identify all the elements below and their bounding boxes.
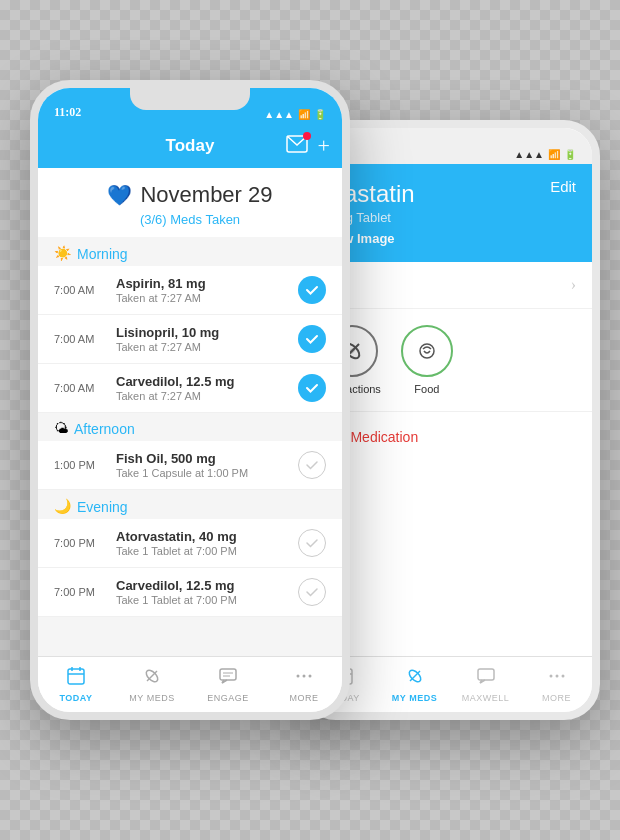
afternoon-med-list: 1:00 PM Fish Oil, 500 mg Take 1 Capsule … — [38, 441, 342, 490]
morning-med-list: 7:00 AM Aspirin, 81 mg Taken at 7:27 AM … — [38, 266, 342, 413]
check-icon-empty — [304, 457, 320, 473]
svg-line-22 — [410, 671, 420, 681]
back-header: Edit rvastatin 0 mg Tablet View Image — [308, 164, 592, 262]
back-bottom-nav: TODAY MY MEDS MAXWELL — [308, 656, 592, 712]
back-med-name: rvastatin — [324, 180, 576, 208]
nav-engage-label: ENGAGE — [207, 693, 249, 703]
food-icon-circle — [401, 325, 453, 377]
calendar-icon — [66, 666, 86, 691]
back-chat-icon — [476, 666, 496, 691]
food-label: Food — [414, 383, 439, 395]
wifi-icon: 📶 — [298, 109, 310, 120]
status-time: 11:02 — [54, 105, 81, 120]
nav-more[interactable]: MORE — [266, 657, 342, 712]
morning-icon: ☀️ — [54, 245, 71, 262]
check-circle-unchecked[interactable] — [298, 451, 326, 479]
food-item[interactable]: Food — [401, 325, 453, 395]
icons-row: Interactions Food — [308, 309, 592, 412]
delete-row: lete Medication — [308, 412, 592, 462]
nav-engage[interactable]: ENGAGE — [190, 657, 266, 712]
back-nav-more[interactable]: MORE — [521, 657, 592, 712]
svg-point-16 — [420, 344, 434, 358]
svg-line-6 — [147, 671, 157, 681]
med-time: 7:00 AM — [54, 382, 106, 394]
check-circle-checked[interactable] — [298, 374, 326, 402]
signal-icon: ▲▲▲ — [264, 109, 294, 120]
nav-today[interactable]: TODAY — [38, 657, 114, 712]
afternoon-icon: 🌤 — [54, 421, 68, 437]
check-circle-unchecked[interactable] — [298, 578, 326, 606]
svg-point-10 — [297, 675, 300, 678]
notification-button[interactable] — [286, 135, 308, 157]
chat-icon — [218, 666, 238, 691]
back-med-dosage: 0 mg Tablet — [324, 210, 576, 225]
afternoon-label: Afternoon — [74, 421, 135, 437]
header-title: Today — [166, 136, 215, 156]
afternoon-section-header: 🌤 Afternoon — [38, 413, 342, 441]
front-header: Today + — [38, 124, 342, 168]
med-info: Aspirin, 81 mg Taken at 7:27 AM — [116, 276, 288, 304]
back-more-icon — [547, 666, 567, 691]
table-row[interactable]: 7:00 AM Carvedilol, 12.5 mg Taken at 7:2… — [38, 364, 342, 413]
table-row[interactable]: 7:00 AM Lisinopril, 10 mg Taken at 7:27 … — [38, 315, 342, 364]
svg-rect-23 — [478, 669, 494, 680]
med-time: 1:00 PM — [54, 459, 106, 471]
evening-icon: 🌙 — [54, 498, 71, 515]
svg-point-25 — [555, 675, 558, 678]
nav-my-meds[interactable]: MY MEDS — [114, 657, 190, 712]
svg-point-12 — [309, 675, 312, 678]
add-button[interactable]: + — [318, 133, 330, 159]
morning-label: Morning — [77, 246, 128, 262]
back-battery-icon: 🔋 — [564, 149, 576, 160]
schedule-row[interactable]: PM › — [308, 262, 592, 309]
pill-icon — [142, 666, 162, 691]
evening-label: Evening — [77, 499, 128, 515]
edit-button[interactable]: Edit — [550, 178, 576, 195]
med-name: Atorvastatin, 40 mg — [116, 529, 288, 544]
nav-mymeds-label: MY MEDS — [129, 693, 174, 703]
check-icon-empty — [304, 584, 320, 600]
table-row[interactable]: 7:00 PM Carvedilol, 12.5 mg Take 1 Table… — [38, 568, 342, 617]
med-time: 7:00 AM — [54, 333, 106, 345]
nav-more-label: MORE — [290, 693, 319, 703]
check-circle-checked[interactable] — [298, 276, 326, 304]
back-nav-more-label: MORE — [542, 693, 571, 703]
svg-point-11 — [303, 675, 306, 678]
meds-taken: (3/6) Meds Taken — [38, 212, 342, 227]
evening-med-list: 7:00 PM Atorvastatin, 40 mg Take 1 Table… — [38, 519, 342, 617]
header-actions: + — [286, 133, 330, 159]
more-icon — [294, 666, 314, 691]
back-nav-mymeds[interactable]: MY MEDS — [379, 657, 450, 712]
front-phone: 11:02 ▲▲▲ 📶 🔋 Today + 💙 November 29 — [30, 80, 350, 720]
back-nav-maxwell[interactable]: MAXWELL — [450, 657, 521, 712]
date-header: 💙 November 29 (3/6) Meds Taken — [38, 168, 342, 237]
back-nav-maxwell-label: MAXWELL — [462, 693, 510, 703]
med-info: Atorvastatin, 40 mg Take 1 Tablet at 7:0… — [116, 529, 288, 557]
check-circle-checked[interactable] — [298, 325, 326, 353]
med-info: Fish Oil, 500 mg Take 1 Capsule at 1:00 … — [116, 451, 288, 479]
view-image-button[interactable]: View Image — [324, 231, 576, 246]
med-name: Carvedilol, 12.5 mg — [116, 578, 288, 593]
battery-icon: 🔋 — [314, 109, 326, 120]
svg-rect-7 — [220, 669, 236, 680]
evening-section-header: 🌙 Evening — [38, 490, 342, 519]
back-wifi-icon: 📶 — [548, 149, 560, 160]
table-row[interactable]: 7:00 AM Aspirin, 81 mg Taken at 7:27 AM — [38, 266, 342, 315]
svg-point-26 — [561, 675, 564, 678]
table-row[interactable]: 1:00 PM Fish Oil, 500 mg Take 1 Capsule … — [38, 441, 342, 490]
status-icons: ▲▲▲ 📶 🔋 — [264, 109, 326, 120]
back-nav-mymeds-label: MY MEDS — [392, 693, 437, 703]
table-row[interactable]: 7:00 PM Atorvastatin, 40 mg Take 1 Table… — [38, 519, 342, 568]
svg-rect-1 — [68, 669, 84, 684]
check-circle-unchecked[interactable] — [298, 529, 326, 557]
med-detail: Taken at 7:27 AM — [116, 341, 288, 353]
svg-point-24 — [549, 675, 552, 678]
back-content: PM › Interactions — [308, 262, 592, 656]
med-name: Carvedilol, 12.5 mg — [116, 374, 288, 389]
med-name: Lisinopril, 10 mg — [116, 325, 288, 340]
med-time: 7:00 PM — [54, 537, 106, 549]
food-icon-svg — [413, 337, 441, 365]
med-detail: Taken at 7:27 AM — [116, 390, 288, 402]
med-name: Aspirin, 81 mg — [116, 276, 288, 291]
med-detail: Taken at 7:27 AM — [116, 292, 288, 304]
